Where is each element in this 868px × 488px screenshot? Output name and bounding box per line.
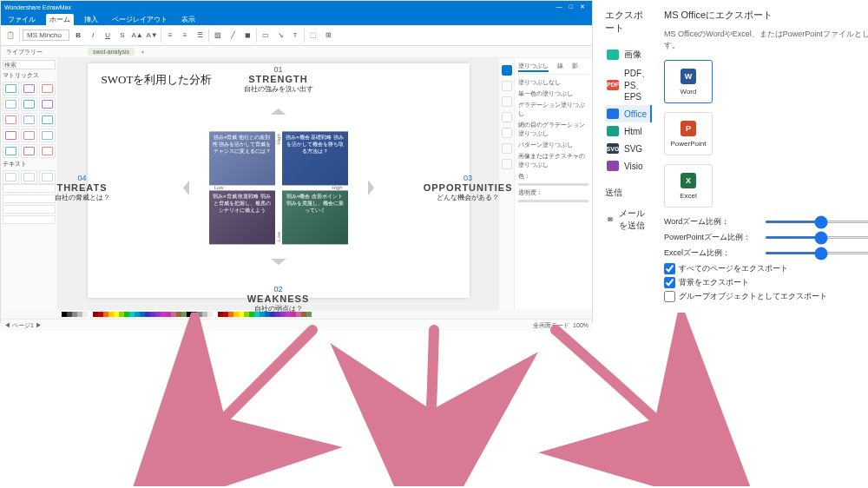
fill-option[interactable]: 網の目のグラデーション塗りつぶし (518, 121, 589, 138)
fill-option[interactable]: 塗りつぶしなし (518, 78, 589, 87)
fullscreen-button[interactable]: 全画面モード (533, 321, 569, 330)
shape-thumb[interactable] (21, 82, 37, 96)
export-cat-pdf、ps、eps[interactable]: PDFPDF、PS、EPS (605, 64, 652, 105)
tool-random[interactable] (502, 143, 512, 154)
connector-button[interactable]: ↘ (274, 30, 286, 42)
prop-tab-shadow[interactable]: 影 (572, 62, 578, 72)
shadow-button[interactable]: ◼ (241, 30, 253, 42)
fill-option[interactable]: 単一色の塗りつぶし (518, 89, 589, 98)
zoom-label[interactable]: 100% (573, 322, 589, 328)
window-controls[interactable]: —□✕ (553, 3, 589, 10)
shape-thumb[interactable] (39, 129, 56, 142)
swot-matrix[interactable]: ▲ ▲ ▲ ▲ 強み×脅威 他社との差別性 強みを活かして脅威をチャンスに変える… (209, 131, 348, 244)
color-slider[interactable] (518, 183, 589, 186)
menu-file[interactable]: ファイル (4, 14, 39, 25)
shape-thumb[interactable] (39, 97, 56, 111)
shape-thumb[interactable] (3, 184, 56, 193)
shape-thumb[interactable] (3, 113, 19, 127)
quadrant-so[interactable]: 強み×機会 基礎戦略 強みを活かして機会を勝ち取る方法は？ (282, 131, 348, 185)
menu-insert[interactable]: 挿入 (81, 14, 102, 25)
shape-thumb[interactable] (39, 170, 56, 184)
paste-button[interactable]: 📋 (4, 30, 16, 42)
fill-option[interactable]: 画像またはテクスチャの塗りつぶし (518, 152, 589, 169)
shape-thumb[interactable] (21, 144, 37, 158)
menu-view[interactable]: 表示 (178, 14, 199, 25)
search-input[interactable] (3, 60, 56, 69)
add-tab-button[interactable]: ＋ (140, 48, 146, 56)
format-powerpoint[interactable]: PPowerPoint (664, 112, 713, 155)
canvas-area[interactable]: SWOTを利用した分析 01STRENGTH自社の強みを洗い出す 02WEAKN… (58, 58, 498, 310)
document-tab[interactable]: swot-analysis (88, 48, 135, 56)
align-left-button[interactable]: ≡ (164, 30, 176, 42)
tool-fill[interactable] (502, 65, 512, 76)
fill-option[interactable]: グラデーション塗りつぶし (518, 101, 589, 118)
export-checkbox[interactable]: 背景をエクスポート (664, 277, 868, 288)
tool-layers[interactable] (502, 128, 512, 138)
line-button[interactable]: ╱ (227, 30, 239, 42)
export-cat-office[interactable]: Office (605, 105, 652, 122)
export-cat-html[interactable]: Html (605, 122, 652, 140)
shape-thumb[interactable] (3, 195, 56, 203)
shape-thumb[interactable] (21, 113, 37, 127)
shape-thumb[interactable] (3, 97, 19, 111)
shape-thumb[interactable] (21, 129, 37, 142)
shape-thumb[interactable] (39, 113, 56, 127)
menu-home[interactable]: ホーム (46, 14, 74, 25)
shape-thumb[interactable] (21, 170, 37, 184)
tool-chat[interactable] (502, 96, 512, 107)
align-tools-button[interactable]: ⊞ (322, 30, 334, 42)
quadrant-st[interactable]: 強み×脅威 他社との差別性 強みを活かして脅威をチャンスに変えるには？ (209, 131, 275, 185)
shape-thumb[interactable] (3, 129, 19, 142)
group-button[interactable]: ⬚ (307, 30, 319, 42)
tool-image[interactable] (502, 81, 512, 91)
canvas[interactable]: SWOTを利用した分析 01STRENGTH自社の強みを洗い出す 02WEAKN… (88, 63, 470, 298)
shape-thumb[interactable] (21, 97, 37, 111)
app-window: Wondershare EdrawMax —□✕ ファイル ホーム 挿入 ページ… (0, 0, 593, 323)
shape-thumb[interactable] (3, 215, 56, 224)
section-text: テキスト (3, 160, 56, 168)
text-button[interactable]: T (289, 30, 301, 42)
underline-button[interactable]: U (102, 30, 114, 42)
send-mail[interactable]: ✉メールを送信 (605, 204, 652, 235)
export-checkbox[interactable]: グループオブジェクトとしてエクスポート (664, 291, 868, 302)
tabs-bar: ライブラリー swot-analysis ＋ (1, 46, 592, 58)
export-cat-svg[interactable]: SVGSVG (605, 140, 652, 157)
prop-tab-fill[interactable]: 塗りつぶし (518, 62, 549, 72)
shape-thumb[interactable] (3, 144, 19, 158)
export-cat-visio[interactable]: Visio (605, 157, 652, 175)
italic-button[interactable]: I (87, 30, 99, 42)
prop-tab-line[interactable]: 線 (557, 62, 563, 72)
zoom-slider[interactable] (765, 221, 868, 223)
fill-button[interactable]: ▧ (212, 30, 224, 42)
menu-layout[interactable]: ページレイアウト (108, 14, 171, 25)
shape-thumb[interactable] (3, 170, 19, 184)
zoom-slider[interactable] (765, 236, 868, 239)
export-checkbox[interactable]: すべてのページをエクスポート (664, 263, 868, 274)
transparency-slider[interactable] (518, 200, 589, 202)
align-center-button[interactable]: ≡ (179, 30, 191, 42)
fontsize-up-button[interactable]: A▲ (131, 30, 143, 42)
tool-page[interactable] (502, 112, 512, 122)
quadrant-wo[interactable]: 弱み×機会 改善ポイント 弱みを克服し、機会に乗っていく (282, 190, 348, 244)
tool-history[interactable] (502, 159, 512, 169)
fontsize-down-button[interactable]: A▼ (146, 30, 158, 42)
zoom-option: Wordズーム比例： (664, 216, 868, 228)
zoom-slider[interactable] (765, 252, 868, 254)
export-cat-画像[interactable]: 画像 (605, 45, 652, 64)
page-indicator[interactable]: ◀ ページ1 ▶ (4, 321, 42, 330)
bullets-button[interactable]: ☰ (194, 30, 206, 42)
format-excel[interactable]: XExcel (664, 164, 713, 208)
bold-button[interactable]: B (72, 30, 84, 42)
zoom-option: Excelズーム比例： (664, 247, 868, 259)
quadrant-wt[interactable]: 弱み×脅威 敗退戦略 弱みと脅威を把握し、最悪のシナリオに備えよう (209, 190, 275, 244)
format-word[interactable]: WWord (664, 60, 713, 103)
strike-button[interactable]: S (116, 30, 128, 42)
export-detail-desc: MS OfficeのWordやExcel、またはPowerPointファイルとし… (664, 29, 868, 51)
font-select[interactable]: MS Mincho (23, 30, 69, 41)
shape-button[interactable]: ▭ (260, 30, 272, 42)
shape-thumb[interactable] (3, 82, 19, 96)
shape-thumb[interactable] (3, 205, 56, 214)
fill-option[interactable]: パターン塗りつぶし (518, 141, 589, 149)
shape-thumb[interactable] (39, 82, 56, 96)
shape-thumb[interactable] (39, 144, 56, 158)
